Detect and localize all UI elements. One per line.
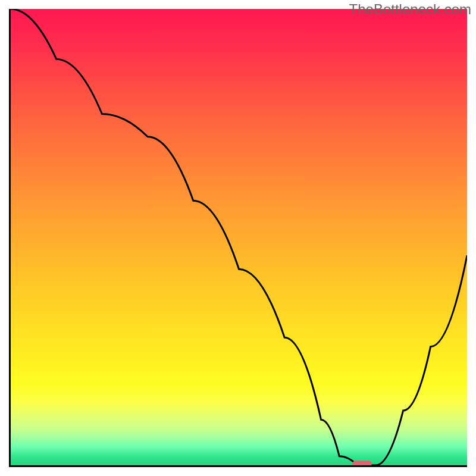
line-chart-svg [11,9,467,465]
bottleneck-curve [11,9,467,465]
watermark-text: TheBottleneck.com [349,1,471,18]
chart-plot-area [9,9,467,467]
minimum-marker-pill [352,461,371,465]
